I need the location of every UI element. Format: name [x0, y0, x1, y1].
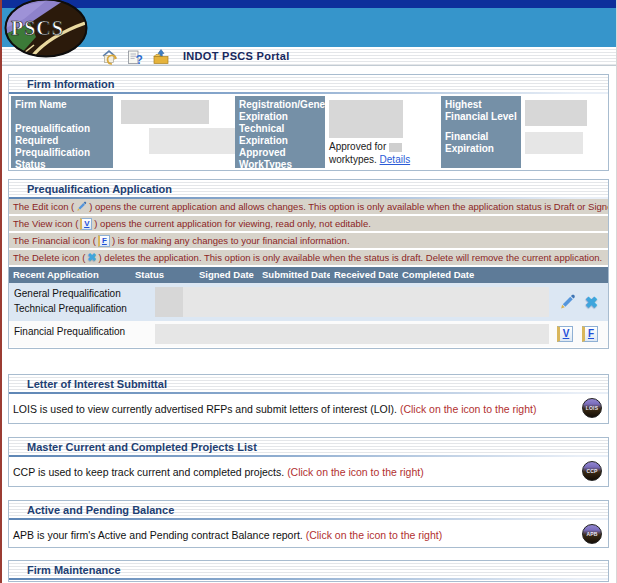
firm-info-labels-right: Highest Financial Level Financial Expira…	[441, 96, 521, 168]
instruction-text: ) deletes the application. This option i…	[99, 250, 603, 265]
home-icon[interactable]	[101, 49, 117, 65]
redacted-status-value	[155, 287, 183, 317]
applications-table-header: Recent Application Status Signed Date Su…	[9, 267, 608, 283]
column-completed-date: Completed Date	[398, 267, 488, 283]
prequalification-application-section: Prequalification Application The Edit ic…	[8, 179, 609, 349]
section-legend: Firm Information	[27, 78, 114, 90]
firm-information-body: Firm Name Prequalification Required Preq…	[9, 94, 608, 170]
label-prequalification-required: Prequalification Required	[15, 123, 109, 147]
delete-icon[interactable]: ✖	[585, 294, 598, 310]
top-navy-strip	[0, 0, 617, 8]
instruction-text: ) is for making any changes to your fina…	[112, 233, 350, 248]
row-actions: V F	[557, 326, 598, 342]
instruction-edit: The Edit icon ( ) opens the current appl…	[9, 199, 608, 214]
column-status: Status	[131, 267, 195, 283]
section-legend: Prequalification Application	[27, 183, 172, 195]
redacted-worktype-count	[389, 143, 402, 152]
firm-information-header: Firm Information	[9, 75, 608, 92]
section-legend: Master Current and Completed Projects Li…	[27, 441, 257, 453]
delete-icon: ✖	[87, 252, 96, 263]
click-hint: (Click on the icon to the right)	[400, 403, 537, 415]
portal-title: INDOT PSCS Portal	[183, 50, 290, 62]
redacted-dates-value	[155, 324, 549, 344]
apb-icon[interactable]: APB	[582, 524, 602, 544]
exit-icon[interactable]	[153, 49, 169, 65]
firm-information-section: Firm Information Firm Name Prequalificat…	[8, 74, 609, 171]
column-submitted-date: Submitted Date	[258, 267, 330, 283]
instruction-text: The Delete icon (	[13, 250, 85, 265]
section-legend: Active and Pending Balance	[27, 504, 174, 516]
application-name: Technical Prequalification	[14, 301, 127, 316]
label-technical-expiration: Technical Expiration	[239, 123, 321, 147]
details-link[interactable]: Details	[380, 154, 411, 165]
view-icon[interactable]: V	[557, 326, 573, 342]
click-hint: (Click on the icon to the right)	[287, 466, 424, 478]
table-row-financial: Financial Prequalification V F	[9, 321, 608, 347]
instruction-text: The Edit icon (	[13, 199, 74, 214]
financial-icon[interactable]: F	[582, 326, 598, 342]
prequalification-application-header: Prequalification Application	[9, 180, 608, 197]
instruction-financial: The Financial icon ( F ) is for making a…	[9, 233, 608, 248]
logo-text: PSCS	[11, 17, 64, 39]
row-application-names: Financial Prequalification	[14, 324, 125, 339]
svg-text:?: ?	[136, 53, 143, 65]
lois-icon[interactable]: LOIS	[582, 398, 602, 418]
firm-info-labels-middle: Registration/General Expiration Technica…	[235, 96, 325, 168]
redacted-financial-expiration-value	[525, 132, 583, 154]
column-signed-date: Signed Date	[195, 267, 258, 283]
label-registration-general-expiration: Registration/General Expiration	[239, 99, 321, 123]
pscs-portal-page: ? INDOT PSCS Portal PSCS	[0, 0, 617, 583]
instruction-text: The Financial icon (	[13, 233, 96, 248]
pscs-logo: PSCS	[4, 0, 88, 61]
label-financial-expiration: Financial Expiration	[445, 131, 517, 155]
redacted-financial-level-value	[525, 100, 587, 126]
header-banner	[0, 8, 617, 47]
redacted-expiration-value	[329, 100, 403, 138]
projects-list-section: Master Current and Completed Projects Li…	[8, 437, 609, 487]
column-received-date: Received Date	[330, 267, 398, 283]
row-actions: ✖	[559, 294, 598, 311]
section-description: LOIS is used to view currently advertise…	[13, 403, 536, 415]
help-icon[interactable]: ?	[127, 49, 143, 65]
label-prequalification-status: Prequalification Status	[15, 147, 109, 171]
toolbar-icons: ?	[101, 49, 169, 65]
table-row-general-technical: General Prequalification Technical Prequ…	[9, 283, 608, 321]
application-name: Financial Prequalification	[14, 324, 125, 339]
section-underline	[9, 578, 608, 580]
column-recent-application: Recent Application	[9, 267, 131, 283]
letter-of-interest-section: Letter of Interest Submittal LOIS is use…	[8, 374, 609, 424]
section-legend: Letter of Interest Submittal	[27, 378, 167, 390]
application-name: General Prequalification	[14, 286, 127, 301]
click-hint: (Click on the icon to the right)	[306, 529, 443, 541]
financial-icon: F	[98, 235, 110, 247]
view-icon: V	[80, 218, 92, 230]
label-approved-worktypes: Approved WorkTypes	[239, 147, 321, 171]
instruction-text: The View icon (	[13, 216, 78, 231]
approved-worktypes-text: Approved for worktypes. Details	[329, 140, 445, 166]
redacted-prequalification-value	[149, 128, 235, 154]
ccp-icon[interactable]: CCP	[582, 461, 602, 481]
page-left-edge	[0, 0, 2, 583]
instruction-delete: The Delete icon ( ✖ ) deletes the applic…	[9, 250, 608, 265]
approved-prefix: Approved for	[329, 141, 386, 152]
redacted-dates-value	[183, 287, 549, 317]
row-application-names: General Prequalification Technical Prequ…	[14, 286, 127, 316]
prequalification-application-body: The Edit icon ( ) opens the current appl…	[9, 199, 608, 347]
instruction-text: ) opens the current application for view…	[94, 216, 371, 231]
section-description: APB is your firm's Active and Pending co…	[13, 529, 442, 541]
toolbar	[0, 47, 617, 66]
label-highest-financial-level: Highest Financial Level	[445, 99, 517, 123]
section-description: CCP is used to keep track current and co…	[13, 466, 424, 478]
firm-info-labels-left: Firm Name Prequalification Required Preq…	[11, 96, 113, 168]
redacted-firm-name-value	[121, 100, 209, 124]
edit-icon	[76, 201, 87, 212]
label-firm-name: Firm Name	[15, 99, 109, 111]
firm-maintenance-section: Firm Maintenance	[8, 560, 609, 582]
edit-icon[interactable]	[559, 294, 576, 311]
instruction-text: ) opens the current application and allo…	[89, 199, 609, 214]
approved-suffix: worktypes.	[329, 154, 377, 165]
section-legend: Firm Maintenance	[27, 564, 121, 576]
instruction-view: The View icon ( V ) opens the current ap…	[9, 216, 608, 231]
active-pending-balance-section: Active and Pending Balance APB is your f…	[8, 500, 609, 548]
